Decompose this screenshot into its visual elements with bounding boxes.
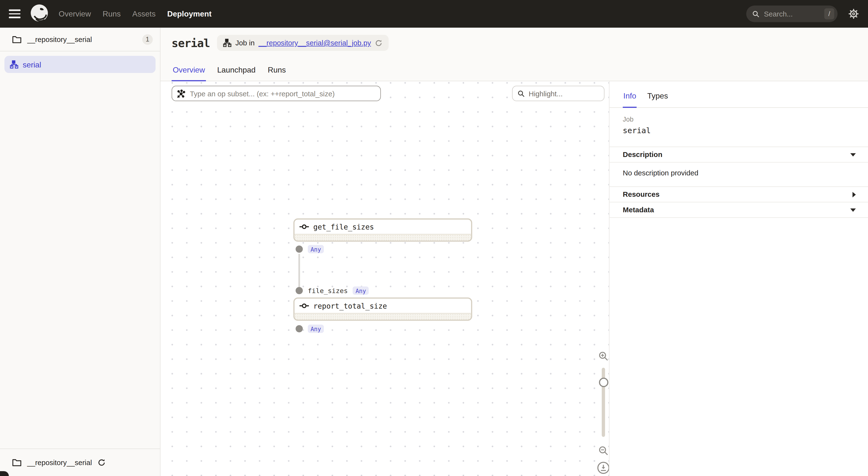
reload-repository-icon[interactable] bbox=[97, 458, 106, 467]
nav-runs[interactable]: Runs bbox=[102, 9, 121, 18]
section-title: Metadata bbox=[623, 206, 654, 214]
section-metadata[interactable]: Metadata bbox=[610, 202, 868, 217]
op-node-body bbox=[294, 313, 471, 319]
sidebar-spacer bbox=[0, 77, 160, 448]
repository-footer[interactable]: __repository__serial bbox=[0, 449, 160, 476]
zoom-in-icon[interactable] bbox=[598, 351, 609, 361]
input-port-icon[interactable] bbox=[296, 287, 303, 294]
output-port-icon[interactable] bbox=[296, 245, 303, 253]
top-nav: Overview Runs Assets Deployment / bbox=[0, 0, 868, 28]
op-selector-icon bbox=[177, 89, 185, 98]
search-icon bbox=[518, 90, 525, 97]
breadcrumb-prefix: Job in bbox=[235, 39, 254, 47]
reload-icon[interactable] bbox=[375, 39, 383, 47]
folder-icon bbox=[12, 458, 22, 467]
op-subset-filter[interactable] bbox=[172, 86, 381, 101]
tab-info[interactable]: Info bbox=[623, 91, 637, 108]
type-badge-any[interactable]: Any bbox=[353, 286, 369, 295]
section-title: Resources bbox=[623, 190, 660, 199]
section-divider bbox=[610, 217, 868, 218]
job-icon bbox=[10, 60, 18, 68]
repository-header[interactable]: __repository__serial 1 bbox=[0, 28, 160, 52]
op-icon bbox=[300, 303, 309, 309]
left-sidebar: __repository__serial 1 serial bbox=[0, 28, 160, 476]
job-count-badge: 1 bbox=[142, 34, 153, 44]
description-body: No description provided bbox=[610, 162, 868, 186]
section-resources[interactable]: Resources bbox=[610, 186, 868, 202]
output-port-row: Any bbox=[296, 245, 324, 253]
op-subset-input[interactable] bbox=[190, 89, 375, 98]
main-area: serial Job in __repository__serial@seria… bbox=[160, 28, 868, 476]
breadcrumb: Job in __repository__serial@serial_job.p… bbox=[217, 35, 389, 51]
input-port-name: file_sizes bbox=[308, 287, 348, 295]
repository-name: __repository__serial bbox=[27, 35, 137, 43]
highlight-filter[interactable] bbox=[512, 86, 604, 101]
tab-runs[interactable]: Runs bbox=[267, 61, 287, 81]
tab-types[interactable]: Types bbox=[647, 91, 669, 108]
output-port-row: Any bbox=[296, 325, 324, 333]
folder-icon bbox=[12, 35, 22, 43]
op-graph-canvas[interactable]: get_file_sizes Any file_sizes bbox=[160, 81, 609, 476]
nav-deployment[interactable]: Deployment bbox=[167, 9, 212, 18]
primary-nav: Overview Runs Assets Deployment bbox=[59, 9, 212, 18]
zoom-slider-handle[interactable] bbox=[599, 378, 609, 387]
zoom-out-icon[interactable] bbox=[598, 446, 609, 455]
chevron-right-icon bbox=[852, 192, 856, 197]
type-badge-any[interactable]: Any bbox=[308, 325, 324, 333]
sidebar-item-serial[interactable]: serial bbox=[4, 56, 155, 73]
app-root: Overview Runs Assets Deployment / bbox=[0, 0, 868, 476]
op-node-name: report_total_size bbox=[313, 302, 387, 310]
hamburger-menu-icon[interactable] bbox=[9, 7, 22, 21]
job-field-value: serial bbox=[623, 126, 855, 135]
chevron-down-icon bbox=[850, 208, 856, 211]
dagster-logo-icon[interactable] bbox=[29, 4, 49, 24]
op-node-name: get_file_sizes bbox=[313, 223, 374, 231]
tab-overview[interactable]: Overview bbox=[172, 61, 206, 81]
type-badge-any[interactable]: Any bbox=[308, 245, 324, 253]
global-search[interactable]: / bbox=[746, 6, 838, 22]
op-icon bbox=[300, 224, 309, 230]
download-view-icon[interactable] bbox=[597, 461, 609, 475]
info-panel: Info Types Job serial Description No des… bbox=[609, 81, 868, 476]
job-header: serial Job in __repository__serial@seria… bbox=[160, 28, 868, 81]
section-title: Description bbox=[623, 150, 662, 159]
search-icon bbox=[752, 10, 760, 18]
section-description[interactable]: Description bbox=[610, 146, 868, 162]
page-title: serial bbox=[172, 36, 210, 49]
op-node-get-file-sizes[interactable]: get_file_sizes bbox=[293, 218, 472, 242]
tab-launchpad[interactable]: Launchpad bbox=[216, 61, 257, 81]
dependency-edge bbox=[299, 254, 300, 287]
nav-overview[interactable]: Overview bbox=[59, 9, 91, 18]
highlight-input[interactable] bbox=[529, 89, 599, 98]
output-port-icon[interactable] bbox=[296, 325, 303, 332]
repo-file-link[interactable]: __repository__serial@serial_job.py bbox=[258, 39, 371, 47]
op-node-body bbox=[294, 234, 471, 240]
settings-gear-icon[interactable] bbox=[848, 8, 859, 20]
search-input[interactable] bbox=[764, 10, 820, 18]
input-port-row: file_sizes Any bbox=[296, 286, 369, 295]
op-node-report-total-size[interactable]: report_total_size bbox=[293, 298, 472, 321]
job-tabs: Overview Launchpad Runs bbox=[172, 61, 287, 81]
job-icon bbox=[223, 39, 231, 47]
nav-assets[interactable]: Assets bbox=[132, 9, 156, 18]
footer-repository-name: __repository__serial bbox=[27, 458, 92, 467]
job-item-label: serial bbox=[23, 60, 41, 69]
chevron-down-icon bbox=[850, 153, 856, 156]
search-shortcut-badge: / bbox=[824, 8, 834, 20]
info-panel-tabs: Info Types bbox=[610, 81, 868, 108]
job-info-block: Job serial bbox=[610, 108, 868, 146]
job-list: serial bbox=[0, 52, 160, 77]
job-field-label: Job bbox=[623, 115, 855, 123]
